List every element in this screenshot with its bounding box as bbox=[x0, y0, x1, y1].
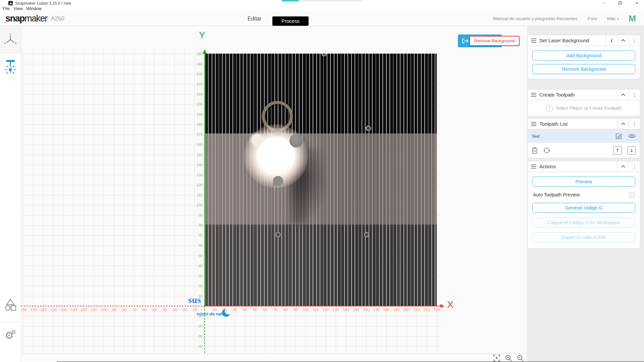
x-axis-tick: 120 bbox=[323, 308, 329, 312]
camera-background-image bbox=[205, 54, 437, 306]
camera-band-bottom bbox=[205, 225, 437, 306]
sidebar-item-settings[interactable]: ⚙⚙ bbox=[0, 325, 21, 345]
y-axis-tick: 200 bbox=[189, 102, 203, 106]
panel-header[interactable]: Toolpath List ⋮ bbox=[528, 119, 640, 129]
panel-actions: Actions ⋮ Preview Auto Toolpath Preview … bbox=[527, 161, 640, 249]
move-down-button[interactable]: ↓ bbox=[627, 146, 636, 155]
y-axis-tick: 60 bbox=[189, 243, 203, 247]
metal-disc bbox=[289, 134, 303, 147]
x-axis bbox=[205, 306, 440, 306]
add-background-button[interactable]: Add Background bbox=[532, 51, 635, 61]
drag-handle-icon[interactable] bbox=[531, 39, 536, 43]
panel-header[interactable]: Create Toolpath ⋮ bbox=[528, 89, 640, 100]
info-icon[interactable]: i bbox=[606, 35, 617, 46]
x-axis-tick: -70 bbox=[131, 308, 137, 312]
menu-view[interactable]: View bbox=[13, 6, 23, 11]
y-axis-tick: -20 bbox=[189, 324, 203, 328]
machine-model: A250 bbox=[51, 15, 64, 22]
x-axis-tick: -170 bbox=[29, 308, 37, 312]
y-axis-tick: 170 bbox=[189, 132, 203, 136]
kebab-menu-icon[interactable]: ⋮ bbox=[629, 119, 640, 129]
y-axis-tick: 50 bbox=[189, 254, 203, 258]
panel-header[interactable]: Set Laser Background i ⋮ bbox=[528, 35, 640, 46]
y-axis-tick: -40 bbox=[189, 344, 203, 348]
bed-screw bbox=[364, 232, 369, 237]
kebab-menu-icon[interactable]: ⋮ bbox=[629, 35, 640, 46]
drag-handle-icon[interactable] bbox=[531, 122, 536, 126]
logo-divider: | bbox=[47, 15, 49, 22]
panel-header[interactable]: Actions ⋮ bbox=[528, 161, 640, 172]
generate-gcode-button[interactable]: Generar código G bbox=[532, 203, 635, 213]
delete-trash-icon[interactable] bbox=[532, 147, 538, 154]
remove-background-floating-button[interactable]: Remove Background bbox=[469, 36, 520, 46]
menubar: File View Window bbox=[0, 6, 644, 11]
collapse-chevron-icon[interactable] bbox=[617, 119, 629, 129]
x-axis-tick: 180 bbox=[383, 308, 389, 312]
visibility-eye-icon[interactable] bbox=[628, 133, 636, 139]
x-axis-tick: -150 bbox=[49, 308, 57, 312]
fit-view-icon[interactable] bbox=[493, 355, 500, 361]
zoom-out-icon[interactable] bbox=[517, 355, 524, 361]
preview-button[interactable]: Preview bbox=[532, 177, 635, 187]
x-axis-tick: 200 bbox=[404, 308, 410, 312]
y-axis-tick: 110 bbox=[189, 193, 203, 197]
link-foro[interactable]: Foro bbox=[588, 16, 597, 21]
drag-handle-icon[interactable] bbox=[531, 93, 536, 97]
avatar[interactable]: M bbox=[629, 11, 636, 26]
auto-toolpath-preview-checkbox[interactable] bbox=[630, 192, 635, 197]
minimize-button[interactable]: – bbox=[599, 0, 609, 6]
y-axis-tick: 130 bbox=[189, 173, 203, 177]
chevron-down-icon: ▾ bbox=[617, 17, 619, 21]
canvas-bottom-bar bbox=[21, 354, 527, 362]
restore-button[interactable] bbox=[615, 0, 625, 6]
y-axis-tick: 100 bbox=[189, 203, 203, 207]
camera-band-dark bbox=[205, 54, 437, 133]
export-gcode-button[interactable]: Export G-code to File bbox=[532, 232, 635, 242]
tab-editar[interactable]: Editar bbox=[245, 15, 264, 23]
collapse-chevron-icon[interactable] bbox=[617, 89, 629, 100]
x-axis-tick: -20 bbox=[182, 308, 187, 312]
y-axis-tick: 240 bbox=[189, 62, 203, 66]
x-axis-tick: 50 bbox=[253, 308, 257, 312]
drag-handle-icon[interactable] bbox=[531, 165, 536, 169]
menu-window[interactable]: Window bbox=[26, 6, 42, 11]
laser-head-icon bbox=[3, 59, 17, 75]
y-axis-tick: 70 bbox=[189, 233, 203, 237]
sidebar-item-cnc-axes[interactable]: Y Z X bbox=[0, 26, 21, 53]
tab-process[interactable]: Process bbox=[272, 16, 309, 26]
x-axis-tick: -160 bbox=[39, 308, 47, 312]
menu-file[interactable]: File bbox=[3, 6, 10, 11]
refresh-icon[interactable] bbox=[543, 147, 550, 154]
sidebar-divider bbox=[0, 322, 21, 322]
move-up-button[interactable]: ↑ bbox=[613, 146, 622, 155]
x-axis-arrow bbox=[440, 304, 444, 308]
panel-set-laser-background: Set Laser Background i ⋮ Add Background … bbox=[527, 35, 640, 79]
x-axis-tick: -40 bbox=[162, 308, 167, 312]
zoom-in-icon[interactable] bbox=[505, 355, 512, 361]
sidebar-item-shape-library[interactable] bbox=[0, 295, 21, 315]
laser-workspace-canvas[interactable]: sus Y X -180-170-160-150-140-130-120-110… bbox=[21, 26, 527, 362]
link-mas-dropdown[interactable]: Más▾ bbox=[607, 16, 619, 21]
load-gcode-workspace-button[interactable]: Cargue el Código G en Workspace bbox=[532, 218, 635, 228]
canvas-text-label[interactable]: núvol de nata bbox=[191, 311, 231, 316]
remove-background-button[interactable]: Remove Background bbox=[532, 64, 635, 74]
collapse-chevron-icon[interactable] bbox=[617, 161, 629, 172]
kebab-menu-icon[interactable]: ⋮ bbox=[629, 161, 640, 172]
x-axis-tick: 30 bbox=[233, 308, 237, 312]
kebab-menu-icon[interactable]: ⋮ bbox=[629, 89, 640, 100]
x-axis-tick: -110 bbox=[90, 308, 97, 312]
link-manual[interactable]: Manual de usuario y preguntas frecuentes bbox=[493, 16, 578, 21]
gear-icon: ⚙ bbox=[11, 329, 16, 336]
close-button[interactable]: × bbox=[632, 0, 642, 6]
edit-icon[interactable] bbox=[615, 132, 623, 140]
sidebar-item-laser[interactable] bbox=[0, 53, 21, 81]
x-axis-tick: 190 bbox=[393, 308, 399, 312]
y-axis-tick: 80 bbox=[189, 223, 203, 227]
x-axis-tick: 70 bbox=[273, 308, 277, 312]
svg-text:Y: Y bbox=[9, 33, 11, 36]
y-axis-tick: 150 bbox=[189, 153, 203, 157]
y-axis-tick: 10 bbox=[189, 294, 203, 298]
collapse-chevron-icon[interactable] bbox=[617, 35, 629, 46]
x-axis-tick: 130 bbox=[333, 308, 339, 312]
toolpath-list-item[interactable]: Text bbox=[528, 129, 640, 143]
